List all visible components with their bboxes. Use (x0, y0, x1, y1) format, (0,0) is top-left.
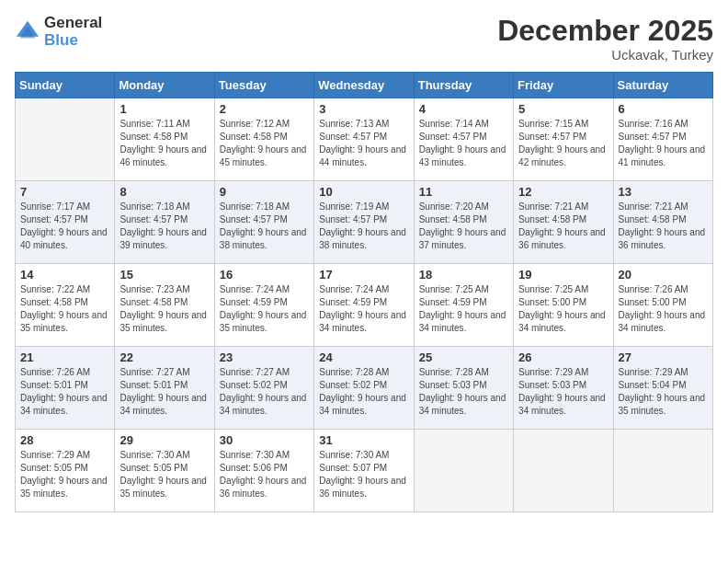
calendar-cell: 29Sunrise: 7:30 AMSunset: 5:05 PMDayligh… (115, 430, 214, 512)
calendar-cell: 2Sunrise: 7:12 AMSunset: 4:58 PMDaylight… (214, 98, 313, 181)
day-info: Sunrise: 7:15 AMSunset: 4:57 PMDaylight:… (518, 118, 608, 169)
day-info: Sunrise: 7:11 AMSunset: 4:58 PMDaylight:… (119, 118, 209, 169)
day-info: Sunrise: 7:25 AMSunset: 5:00 PMDaylight:… (518, 283, 608, 335)
day-info: Sunrise: 7:24 AMSunset: 4:59 PMDaylight:… (319, 283, 408, 335)
calendar-header-row: SundayMondayTuesdayWednesdayThursdayFrid… (16, 73, 713, 98)
location-subtitle: Uckavak, Turkey (497, 47, 713, 63)
calendar-cell: 7Sunrise: 7:17 AMSunset: 4:57 PMDaylight… (16, 181, 115, 264)
day-info: Sunrise: 7:27 AMSunset: 5:01 PMDaylight:… (119, 366, 209, 418)
day-number: 1 (119, 102, 209, 116)
day-info: Sunrise: 7:17 AMSunset: 4:57 PMDaylight:… (20, 201, 109, 252)
header-friday: Friday (514, 73, 613, 98)
calendar-table: SundayMondayTuesdayWednesdayThursdayFrid… (15, 72, 713, 512)
calendar-cell (414, 430, 513, 512)
logo: General Blue (15, 15, 102, 49)
day-info: Sunrise: 7:18 AMSunset: 4:57 PMDaylight:… (119, 201, 209, 252)
calendar-week-row: 1Sunrise: 7:11 AMSunset: 4:58 PMDaylight… (16, 98, 713, 181)
calendar-week-row: 7Sunrise: 7:17 AMSunset: 4:57 PMDaylight… (16, 181, 713, 264)
day-number: 19 (518, 268, 608, 282)
day-info: Sunrise: 7:20 AMSunset: 4:58 PMDaylight:… (419, 201, 508, 252)
calendar-cell: 21Sunrise: 7:26 AMSunset: 5:01 PMDayligh… (16, 347, 115, 430)
day-number: 14 (20, 268, 109, 282)
calendar-cell: 15Sunrise: 7:23 AMSunset: 4:58 PMDayligh… (115, 264, 214, 347)
day-number: 25 (419, 350, 508, 364)
calendar-cell: 22Sunrise: 7:27 AMSunset: 5:01 PMDayligh… (115, 347, 214, 430)
calendar-week-row: 14Sunrise: 7:22 AMSunset: 4:58 PMDayligh… (16, 264, 713, 347)
day-number: 20 (619, 268, 708, 282)
day-number: 27 (619, 350, 708, 364)
calendar-cell: 13Sunrise: 7:21 AMSunset: 4:58 PMDayligh… (613, 181, 712, 264)
day-number: 4 (419, 102, 508, 116)
calendar-cell (16, 98, 115, 181)
calendar-cell: 6Sunrise: 7:16 AMSunset: 4:57 PMDaylight… (613, 98, 712, 181)
calendar-cell: 12Sunrise: 7:21 AMSunset: 4:58 PMDayligh… (514, 181, 613, 264)
calendar-cell: 8Sunrise: 7:18 AMSunset: 4:57 PMDaylight… (115, 181, 214, 264)
day-number: 31 (319, 433, 408, 447)
day-info: Sunrise: 7:29 AMSunset: 5:05 PMDaylight:… (20, 449, 109, 500)
day-info: Sunrise: 7:21 AMSunset: 4:58 PMDaylight:… (518, 201, 608, 252)
calendar-cell: 14Sunrise: 7:22 AMSunset: 4:58 PMDayligh… (16, 264, 115, 347)
day-info: Sunrise: 7:16 AMSunset: 4:57 PMDaylight:… (619, 118, 708, 169)
day-info: Sunrise: 7:29 AMSunset: 5:03 PMDaylight:… (518, 366, 608, 418)
day-number: 30 (220, 433, 309, 447)
calendar-cell: 18Sunrise: 7:25 AMSunset: 4:59 PMDayligh… (414, 264, 513, 347)
day-info: Sunrise: 7:28 AMSunset: 5:03 PMDaylight:… (419, 366, 508, 418)
day-number: 6 (619, 102, 708, 116)
day-number: 29 (119, 433, 209, 447)
title-block: December 2025 Uckavak, Turkey (497, 15, 713, 63)
day-number: 2 (220, 102, 309, 116)
day-number: 22 (119, 350, 209, 364)
day-info: Sunrise: 7:26 AMSunset: 5:00 PMDaylight:… (619, 283, 708, 335)
day-number: 24 (319, 350, 408, 364)
day-number: 23 (220, 350, 309, 364)
calendar-cell: 27Sunrise: 7:29 AMSunset: 5:04 PMDayligh… (613, 347, 712, 430)
day-info: Sunrise: 7:28 AMSunset: 5:02 PMDaylight:… (319, 366, 408, 418)
day-info: Sunrise: 7:27 AMSunset: 5:02 PMDaylight:… (220, 366, 309, 418)
day-info: Sunrise: 7:30 AMSunset: 5:05 PMDaylight:… (119, 449, 209, 500)
calendar-week-row: 21Sunrise: 7:26 AMSunset: 5:01 PMDayligh… (16, 347, 713, 430)
calendar-cell: 24Sunrise: 7:28 AMSunset: 5:02 PMDayligh… (314, 347, 414, 430)
calendar-cell: 5Sunrise: 7:15 AMSunset: 4:57 PMDaylight… (514, 98, 613, 181)
day-info: Sunrise: 7:19 AMSunset: 4:57 PMDaylight:… (319, 201, 408, 252)
logo-general: General (44, 15, 102, 32)
day-info: Sunrise: 7:26 AMSunset: 5:01 PMDaylight:… (20, 366, 109, 418)
day-info: Sunrise: 7:29 AMSunset: 5:04 PMDaylight:… (619, 366, 708, 418)
calendar-cell: 19Sunrise: 7:25 AMSunset: 5:00 PMDayligh… (514, 264, 613, 347)
day-info: Sunrise: 7:30 AMSunset: 5:06 PMDaylight:… (220, 449, 309, 500)
header-saturday: Saturday (613, 73, 712, 98)
calendar-cell: 9Sunrise: 7:18 AMSunset: 4:57 PMDaylight… (214, 181, 313, 264)
day-number: 13 (619, 185, 708, 199)
header-thursday: Thursday (414, 73, 513, 98)
day-info: Sunrise: 7:12 AMSunset: 4:58 PMDaylight:… (220, 118, 309, 169)
day-info: Sunrise: 7:24 AMSunset: 4:59 PMDaylight:… (220, 283, 309, 335)
header-sunday: Sunday (16, 73, 115, 98)
header-monday: Monday (115, 73, 214, 98)
day-number: 9 (220, 185, 309, 199)
day-info: Sunrise: 7:22 AMSunset: 4:58 PMDaylight:… (20, 283, 109, 335)
calendar-cell (514, 430, 613, 512)
day-number: 5 (518, 102, 608, 116)
day-number: 11 (419, 185, 508, 199)
day-info: Sunrise: 7:30 AMSunset: 5:07 PMDaylight:… (319, 449, 408, 500)
day-info: Sunrise: 7:25 AMSunset: 4:59 PMDaylight:… (419, 283, 508, 335)
logo-icon (15, 19, 40, 45)
day-number: 15 (119, 268, 209, 282)
calendar-cell: 4Sunrise: 7:14 AMSunset: 4:57 PMDaylight… (414, 98, 513, 181)
day-number: 28 (20, 433, 109, 447)
day-number: 21 (20, 350, 109, 364)
month-year-title: December 2025 (497, 15, 713, 47)
calendar-cell: 16Sunrise: 7:24 AMSunset: 4:59 PMDayligh… (214, 264, 313, 347)
day-number: 10 (319, 185, 408, 199)
calendar-cell: 11Sunrise: 7:20 AMSunset: 4:58 PMDayligh… (414, 181, 513, 264)
day-info: Sunrise: 7:18 AMSunset: 4:57 PMDaylight:… (220, 201, 309, 252)
calendar-cell: 31Sunrise: 7:30 AMSunset: 5:07 PMDayligh… (314, 430, 414, 512)
day-number: 12 (518, 185, 608, 199)
logo-blue: Blue (44, 32, 102, 50)
day-number: 16 (220, 268, 309, 282)
calendar-cell (613, 430, 712, 512)
calendar-cell: 3Sunrise: 7:13 AMSunset: 4:57 PMDaylight… (314, 98, 414, 181)
calendar-cell: 17Sunrise: 7:24 AMSunset: 4:59 PMDayligh… (314, 264, 414, 347)
header-wednesday: Wednesday (314, 73, 414, 98)
day-number: 8 (119, 185, 209, 199)
day-info: Sunrise: 7:23 AMSunset: 4:58 PMDaylight:… (119, 283, 209, 335)
